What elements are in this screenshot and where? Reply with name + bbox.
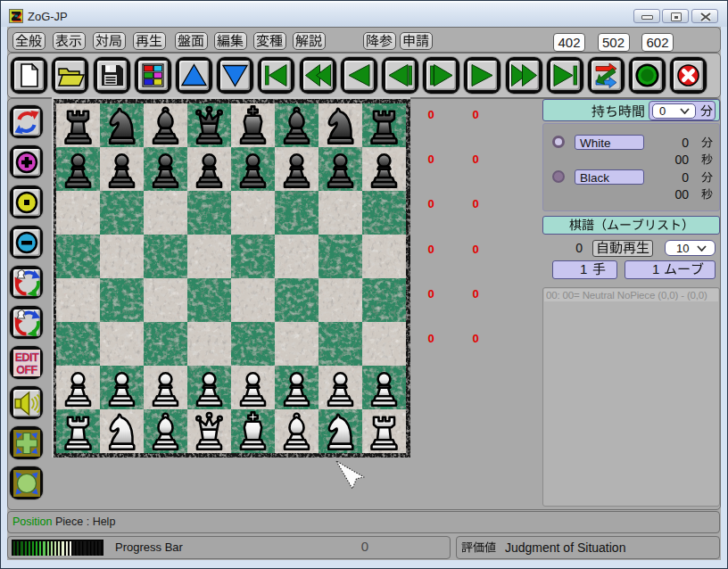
svg-text:OFF: OFF (16, 363, 37, 375)
svg-text:EDIT: EDIT (14, 351, 38, 364)
